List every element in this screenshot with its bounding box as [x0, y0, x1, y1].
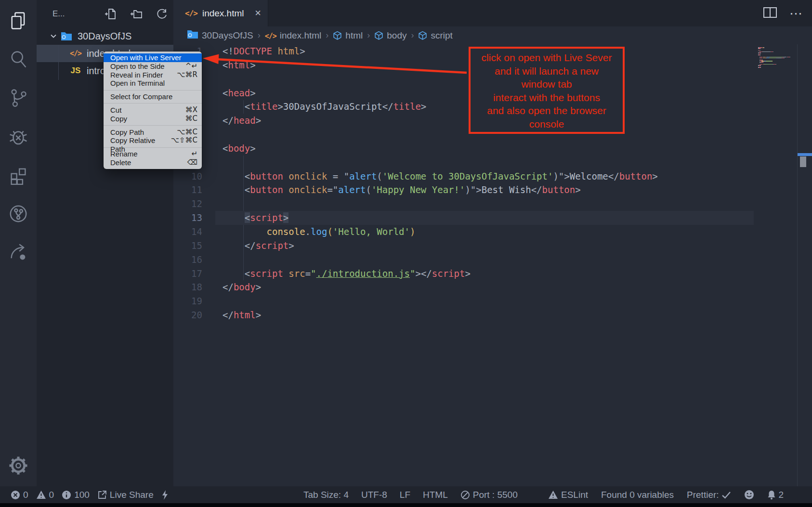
- live-share-icon[interactable]: [0, 238, 37, 266]
- status-label: Found 0 variables: [601, 490, 674, 500]
- status-label: HTML: [423, 490, 448, 500]
- breadcrumb-item-html[interactable]: html: [333, 30, 363, 41]
- new-folder-icon[interactable]: [130, 8, 143, 20]
- line-number: 17: [173, 267, 202, 281]
- code-line[interactable]: 12: [173, 197, 812, 211]
- cube-icon: [418, 31, 427, 40]
- menu-item-label: Copy: [110, 115, 127, 123]
- status-eslint[interactable]: ESLint: [548, 490, 588, 500]
- split-editor-icon[interactable]: [763, 7, 777, 20]
- breadcrumb-separator: ›: [367, 30, 370, 40]
- breadcrumb-label: body: [387, 30, 406, 41]
- status-label: Prettier:: [687, 490, 719, 500]
- line-number: 12: [173, 197, 202, 211]
- code-line[interactable]: 17 <script src="./introduction.js"></scr…: [173, 267, 812, 281]
- menu-item-copy-relative-path[interactable]: Copy Relative Path⌥⇧⌘C: [104, 136, 202, 145]
- status-prettier[interactable]: Prettier:: [687, 490, 731, 500]
- tree-item-30DaysOfJS[interactable]: 30DaysOfJS: [37, 27, 173, 45]
- code-line[interactable]: 18</body>: [173, 280, 812, 294]
- status-warnings[interactable]: 0: [36, 490, 54, 500]
- code-line[interactable]: 11 <button onclick="alert('Happy New Yea…: [173, 183, 812, 197]
- status-tab-size[interactable]: Tab Size: 4: [303, 490, 349, 500]
- status-label: UTF-8: [361, 490, 387, 500]
- line-content: </html>: [215, 308, 754, 322]
- menu-item-copy-path[interactable]: Copy Path⌥⌘C: [104, 128, 202, 137]
- code-line[interactable]: 15 </script>: [173, 239, 812, 253]
- code-line[interactable]: 14 console.log('Hello, World'): [173, 225, 812, 239]
- menu-item-shortcut: ⌥⇧⌘C: [171, 136, 197, 145]
- menu-item-cut[interactable]: Cut⌘X: [104, 106, 202, 115]
- status-errors[interactable]: 0: [11, 490, 28, 500]
- refresh-icon[interactable]: [156, 8, 168, 20]
- breadcrumb-item-index.html[interactable]: </>index.html: [265, 30, 322, 41]
- menu-separator: [104, 125, 202, 126]
- menu-item-rename[interactable]: Rename↵: [104, 150, 202, 158]
- line-content: [215, 156, 754, 169]
- folder-icon: [187, 29, 198, 41]
- status-feedback[interactable]: [744, 490, 754, 500]
- tab-index-html[interactable]: </> index.html ✕: [173, 0, 268, 26]
- menu-item-copy[interactable]: Copy⌘C: [104, 115, 202, 123]
- code-line[interactable]: 19: [173, 294, 812, 308]
- line-content: <script src="./introduction.js"></script…: [215, 267, 754, 281]
- status-notifications[interactable]: 2: [767, 490, 784, 500]
- status-language-mode[interactable]: HTML: [423, 490, 448, 500]
- annotation-line: console: [471, 117, 623, 131]
- code-line[interactable]: 16: [173, 253, 812, 267]
- settings-gear-icon[interactable]: [0, 452, 37, 480]
- search-icon[interactable]: [0, 45, 37, 73]
- breadcrumb-item-script[interactable]: script: [418, 30, 452, 41]
- line-number: 18: [173, 280, 202, 294]
- gitlens-icon[interactable]: [0, 200, 37, 228]
- tab-close-icon[interactable]: ✕: [255, 8, 262, 18]
- activity-bar: [0, 0, 37, 486]
- bell-icon: [767, 490, 776, 500]
- menu-item-label: Rename: [110, 150, 138, 158]
- menu-item-open-in-terminal[interactable]: Open in Terminal: [104, 79, 202, 88]
- menu-item-select-for-compare[interactable]: Select for Compare: [104, 92, 202, 101]
- status-eol[interactable]: LF: [400, 490, 410, 500]
- status-label: 100: [74, 490, 90, 500]
- status-live-share[interactable]: Live Share: [97, 490, 154, 500]
- menu-item-label: Copy Path: [110, 128, 144, 137]
- minimap[interactable]: [756, 47, 797, 119]
- code-line[interactable]: 9: [173, 156, 812, 169]
- annotation-box: click on open with Live Severand it will…: [469, 47, 625, 134]
- chevron-down-icon: [50, 32, 58, 40]
- annotation-line: click on open with Live Sever: [471, 51, 623, 65]
- code-line[interactable]: 13 <script>: [173, 211, 812, 225]
- source-control-icon[interactable]: [0, 84, 37, 112]
- html-file-icon: </>: [185, 9, 197, 18]
- code-line[interactable]: 20</html>: [173, 308, 812, 322]
- breadcrumb-item-body[interactable]: body: [374, 30, 406, 41]
- menu-item-open-to-the-side[interactable]: Open to the Side^↵: [104, 62, 202, 71]
- explorer-icon[interactable]: [0, 7, 37, 35]
- more-actions-icon[interactable]: ⋯: [789, 9, 803, 18]
- code-line[interactable]: 8<body>: [173, 142, 812, 156]
- scrollbar-thumb[interactable]: [800, 156, 806, 167]
- menu-item-reveal-in-finder[interactable]: Reveal in Finder⌥⌘R: [104, 71, 202, 79]
- debug-icon[interactable]: [0, 123, 37, 151]
- line-content: [215, 253, 754, 267]
- status-infos[interactable]: 100: [62, 490, 90, 500]
- menu-item-shortcut: ⌥⌘R: [177, 71, 197, 79]
- extensions-icon[interactable]: [0, 161, 37, 189]
- error-icon: [11, 490, 20, 500]
- new-file-icon[interactable]: [105, 8, 117, 20]
- info-icon: [62, 490, 71, 500]
- status-label: ESLint: [561, 490, 588, 500]
- code-icon: </>: [265, 30, 276, 41]
- menu-item-delete[interactable]: Delete⌫: [104, 158, 202, 167]
- folder-icon: [59, 31, 74, 41]
- code-line[interactable]: 10 <button onclick = "alert('Welcome to …: [173, 169, 812, 183]
- menu-item-open-with-live-server[interactable]: Open with Live Server: [104, 53, 202, 62]
- annotation-line: and also open the browser: [471, 104, 623, 117]
- status-encoding[interactable]: UTF-8: [361, 490, 387, 500]
- breadcrumb-item-30DaysOfJS[interactable]: 30DaysOfJS: [187, 29, 253, 41]
- status-bolt[interactable]: [161, 490, 169, 500]
- status-label: 2: [779, 490, 784, 500]
- status-variables[interactable]: Found 0 variables: [601, 490, 674, 500]
- status-port[interactable]: Port : 5500: [460, 490, 518, 500]
- check-icon: [722, 491, 731, 499]
- menu-item-shortcut: ^↵: [185, 62, 197, 71]
